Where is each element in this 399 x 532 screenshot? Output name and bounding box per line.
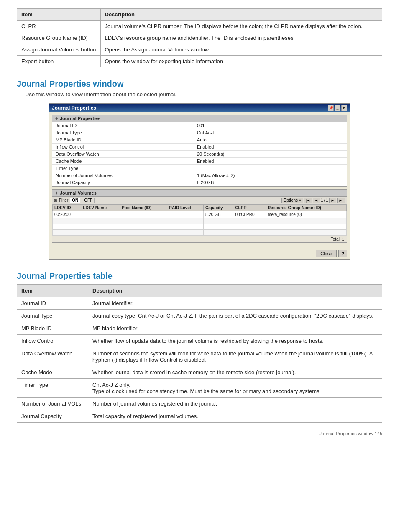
- pin-button[interactable]: 📌: [328, 105, 334, 111]
- filter-off-button[interactable]: OFF: [82, 198, 95, 203]
- titlebar-buttons[interactable]: 📌 _ ✕: [328, 105, 347, 111]
- top-table-cell-item: Export button: [17, 56, 101, 67]
- vol-cell: [120, 218, 167, 224]
- next-page-button[interactable]: ►: [329, 198, 336, 203]
- main-table-cell-description: Total capacity of registered journal vol…: [88, 410, 382, 423]
- main-table-cell-description: MP blade identifier: [88, 322, 382, 335]
- filter-controls: ⊞ Filter ON OFF: [54, 198, 95, 203]
- vol-column-header: LDEV ID: [53, 205, 81, 211]
- window-footer: Close ?: [49, 248, 350, 259]
- top-table-cell-item: Assign Journal Volumes button: [17, 44, 101, 56]
- close-button[interactable]: ✕: [341, 105, 347, 111]
- top-table-cell-description: Opens the window for exporting table inf…: [100, 56, 382, 67]
- window-title: Journal Properties: [52, 105, 96, 111]
- filter-on-button[interactable]: ON: [70, 198, 80, 203]
- top-table-cell-item: CLPR: [17, 21, 101, 32]
- pagination-controls: Options ▾ |◄ ◄ 1 / 1 ► ►|: [281, 198, 345, 203]
- table-row: Timer TypeCnt Ac-J Z only.Type of clock …: [17, 379, 382, 398]
- filter-icon: ⊞: [54, 198, 57, 203]
- main-table-cell-description: Cnt Ac-J Z only.Type of clock used for c…: [88, 379, 382, 398]
- main-table-cell-description: Journal copy type, Cnt Ac-J or Cnt Ac-J …: [88, 310, 382, 322]
- current-page: 1: [321, 198, 323, 203]
- vol-column-header: RAID Level: [167, 205, 203, 211]
- main-table-cell-item: Journal Type: [17, 310, 88, 322]
- prop-value: Enabled: [194, 158, 347, 165]
- top-table-cell-description: Journal volume's CLPR number. The ID dis…: [100, 21, 382, 32]
- journal-properties-panel-header: ✦ Journal Properties: [52, 115, 347, 122]
- total-row: Total: 1: [52, 236, 347, 242]
- journal-properties-panel: ✦ Journal Properties Journal ID001Journa…: [52, 115, 347, 187]
- window-content: ✦ Journal Properties Journal ID001Journa…: [49, 112, 350, 248]
- vol-cell: [120, 230, 167, 236]
- volumes-table: LDEV IDLDEV NamePool Name (ID)RAID Level…: [52, 204, 347, 236]
- vol-cell: 00:CLPR0: [233, 211, 266, 218]
- main-table-cell-item: Data Overflow Watch: [17, 347, 88, 366]
- top-table-cell-description: Opens the Assign Journal Volumes window.: [100, 44, 382, 56]
- vol-cell: [233, 218, 266, 224]
- vol-cell: 00:20:00: [53, 211, 81, 218]
- help-button[interactable]: ?: [338, 250, 347, 257]
- first-page-button[interactable]: |◄: [304, 198, 312, 203]
- journal-properties-main-table: Item Description Journal IDJournal ident…: [17, 284, 382, 423]
- main-table-cell-item: Cache Mode: [17, 366, 88, 379]
- journal-volumes-panel-title: Journal Volumes: [60, 190, 97, 195]
- last-page-button[interactable]: ►|: [337, 198, 345, 203]
- main-table-cell-description: Number of seconds the system will monito…: [88, 347, 382, 366]
- vol-cell: [167, 224, 203, 230]
- journal-volumes-panel-header: ✦ Journal Volumes: [52, 190, 347, 197]
- vol-cell: [53, 230, 81, 236]
- journal-properties-panel-title: Journal Properties: [60, 116, 100, 121]
- vol-cell: [81, 230, 120, 236]
- table-row: Data Overflow WatchNumber of seconds the…: [17, 347, 382, 366]
- prop-value: Auto: [194, 136, 347, 144]
- main-table-cell-description: Whether flow of update data to the journ…: [88, 335, 382, 347]
- prop-label: Journal Capacity: [52, 179, 194, 186]
- table-row: [53, 224, 347, 230]
- vol-cell: [53, 224, 81, 230]
- close-window-button[interactable]: Close: [316, 250, 337, 257]
- table-row: MP Blade IDMP blade identifier: [17, 322, 382, 335]
- top-table-cell-description: LDEV's resource group name and identifie…: [100, 32, 382, 44]
- journal-properties-table-section: Journal Properties table Item Descriptio…: [17, 271, 382, 423]
- section1-subtitle: Use this window to view information abou…: [25, 91, 382, 98]
- prop-value: 8.20 GB: [194, 179, 347, 186]
- vol-column-header: Pool Name (ID): [120, 205, 167, 211]
- prop-value: Cnt Ac-J: [194, 129, 347, 136]
- table-row: Number of Journal VOLsNumber of journal …: [17, 398, 382, 410]
- top-reference-table: Item Description CLPRJournal volume's CL…: [17, 8, 382, 67]
- page-separator: /: [324, 198, 325, 203]
- main-table-cell-item: Journal ID: [17, 297, 88, 310]
- table-row: [53, 218, 347, 224]
- vol-cell: [266, 218, 347, 224]
- main-table-cell-item: MP Blade ID: [17, 322, 88, 335]
- main-table-cell-item: Journal Capacity: [17, 410, 88, 423]
- prop-label: Data Overflow Watch: [52, 151, 194, 158]
- prev-page-button[interactable]: ◄: [313, 198, 320, 203]
- table-row: 00:20:00--8.20 GB00:CLPR0meta_resource (…: [53, 211, 347, 218]
- vol-column-header: Resource Group Name (ID): [266, 205, 347, 211]
- table-row: Journal CapacityTotal capacity of regist…: [17, 410, 382, 423]
- main-table-cell-item: Inflow Control: [17, 335, 88, 347]
- main-table-cell-description: Number of journal volumes registered in …: [88, 398, 382, 410]
- main-table-header-item: Item: [17, 285, 88, 297]
- prop-value: -: [194, 165, 347, 172]
- table-row: [53, 230, 347, 236]
- vol-cell: [120, 224, 167, 230]
- main-table-cell-item: Timer Type: [17, 379, 88, 398]
- prop-value: 1 (Max Allowed: 2): [194, 172, 347, 179]
- minimize-button[interactable]: _: [335, 105, 340, 111]
- section1-title: Journal Properties window: [17, 79, 382, 89]
- options-button[interactable]: Options ▾: [281, 198, 303, 203]
- vol-cell: [167, 230, 203, 236]
- vol-cell: [266, 224, 347, 230]
- vol-cell: [233, 224, 266, 230]
- vol-cell: -: [167, 211, 203, 218]
- table-row: Cache ModeWhether journal data is stored…: [17, 366, 382, 379]
- table-row: Journal IDJournal identifier.: [17, 297, 382, 310]
- vol-cell: [53, 218, 81, 224]
- vol-cell: [81, 218, 120, 224]
- vol-cell: -: [120, 211, 167, 218]
- journal-properties-window: Journal Properties 📌 _ ✕ ✦ Journal Prope…: [49, 103, 350, 260]
- top-table-cell-item: Resource Group Name (ID): [17, 32, 101, 44]
- journal-volumes-panel: ✦ Journal Volumes ⊞ Filter ON OFF Option…: [52, 189, 347, 243]
